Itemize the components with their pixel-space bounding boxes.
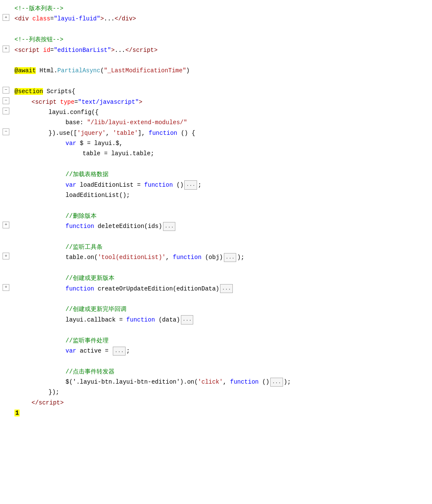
code-segment: //加载表格数据 [66,171,109,178]
code-line: //监听工具条 [0,242,432,252]
code-segment: , [106,130,113,137]
line-gutter: + [0,14,13,21]
code-segment: }). [49,130,59,137]
code-line: //创建或更新版本 [0,273,432,283]
code-line [0,263,432,273]
code-line: }); [0,387,432,397]
collapsed-code-box[interactable]: ... [113,347,126,356]
line-code [13,232,432,242]
collapsed-code-box[interactable]: ... [220,284,233,293]
line-code: var loadEditionList = function ()...; [13,180,432,190]
code-editor: <!--版本列表-->+<div class="layui-fluid">...… [0,0,432,504]
code-line: layui.callback = function (data)... [0,315,432,325]
code-segment: function [66,223,94,230]
code-segment: type [60,99,74,105]
code-segment: "_LastModificationTime" [104,67,186,74]
line-code: </script> [13,398,432,407]
code-line: +<div class="layui-fluid">...</div> [0,14,432,24]
code-segment: script [35,99,56,105]
code-segment: layui.callback = [66,316,126,323]
code-line [0,55,432,65]
code-segment: "/lib/layui-extend-modules/" [87,119,187,126]
code-line: base: "/lib/layui-extend-modules/" [0,117,432,128]
code-segment: ... [114,47,125,54]
code-segment: $('.layui-btn.layui-btn-edition').on( [66,379,198,385]
code-segment: script [18,47,39,54]
collapsed-code-box[interactable]: ... [224,253,237,262]
code-line: </script> [0,398,432,408]
code-line: loadEditionList(); [0,190,432,200]
code-segment: ); [284,379,291,385]
line-code: <div class="layui-fluid">...</div> [13,14,432,23]
code-segment: use [59,130,70,137]
code-segment: </ [126,47,133,54]
code-line: //加载表格数据 [0,169,432,179]
line-code: var $ = layui.$, [13,139,432,148]
code-segment: function [66,285,94,292]
fold-button[interactable]: + [3,46,9,52]
code-segment: <!-- [14,36,29,43]
line-code [13,159,432,169]
code-segment: ... [104,15,114,22]
code-line: var loadEditionList = function ()...; [0,180,432,190]
fold-button[interactable]: − [3,108,9,114]
code-line: var active = ...; [0,346,432,356]
line-code: <!--版本列表--> [13,4,432,13]
line-gutter: + [0,46,13,52]
code-segment: function [126,316,155,323]
line-code: //监听事件处理 [13,336,432,345]
fold-button[interactable]: + [3,222,9,228]
code-line [0,356,432,366]
code-segment: ); [237,254,244,261]
code-segment: $ = layui.$, [76,140,123,147]
code-segment: "editionBarList" [54,47,111,54]
code-segment: //点击事件转发器 [66,368,114,375]
code-segment: config [70,109,91,116]
code-line [0,325,432,335]
line-code [13,294,432,304]
fold-button[interactable]: − [3,128,9,135]
code-segment: ( [100,67,104,74]
fold-button[interactable]: − [3,97,9,104]
code-line: −}).use(['jquery', 'table'], function ()… [0,128,432,138]
fold-button[interactable]: + [3,253,9,259]
line-code: @await Html.PartialAsync("_LastModificat… [13,66,432,75]
line-code [13,356,432,366]
code-segment: }); [49,389,59,396]
line-code: layui.config({ [13,108,432,117]
collapsed-code-box[interactable]: ... [270,378,283,387]
code-line [0,159,432,169]
collapsed-code-box[interactable]: ... [184,180,197,189]
code-line: $('.layui-btn.layui-btn-edition').on('cl… [0,377,432,387]
code-segment: () [173,182,183,188]
line-code: }); [13,387,432,397]
line-gutter: + [0,284,13,291]
footer-content: 1 [13,408,432,418]
line-code: @section Scripts{ [13,87,432,96]
code-line: −@section Scripts{ [0,86,432,97]
code-segment: base [66,119,80,126]
line-gutter: − [0,87,13,94]
code-segment: div [122,15,132,22]
line-gutter: − [0,97,13,104]
code-segment: loadEditionList = [76,182,144,188]
code-line: //创建或更新完毕回调 [0,304,432,314]
fold-button[interactable]: + [3,14,9,21]
code-segment: function [173,254,201,261]
collapsed-code-box[interactable]: ... [163,222,176,231]
collapsed-code-box[interactable]: ... [181,315,194,324]
code-segment [29,15,32,22]
code-segment: active = [76,347,112,354]
code-line: +table.on('tool(editionList)', function … [0,252,432,262]
code-line: table = layui.table; [0,148,432,159]
line-code: //点击事件转发器 [13,367,432,376]
fold-button[interactable]: − [3,87,9,94]
line-code [13,201,432,210]
code-line: //删除版本 [0,211,432,221]
code-line: +function deleteEdition(ids)... [0,221,432,231]
code-segment: (obj) [201,254,223,261]
code-line: −layui.config({ [0,107,432,117]
code-line [0,200,432,211]
fold-button[interactable]: + [3,284,9,291]
line-code [13,56,432,65]
